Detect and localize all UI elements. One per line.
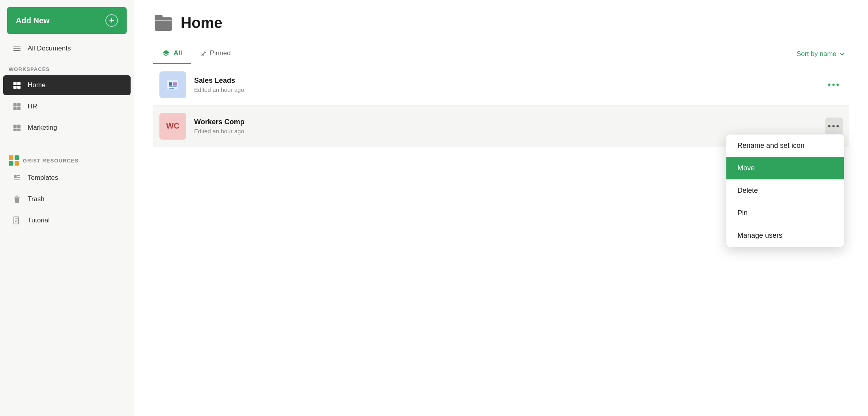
svg-rect-17 [17,177,20,178]
marketing-label: Marketing [28,124,57,132]
templates-icon [12,173,22,183]
svg-rect-1 [13,48,21,49]
tabs-row: All Pinned Sort by name [153,44,849,64]
sidebar-item-tutorial[interactable]: Tutorial [3,211,131,230]
tutorial-label: Tutorial [28,216,50,224]
svg-rect-13 [13,129,17,131]
svg-rect-7 [13,103,17,106]
sort-label: Sort by name [797,50,836,58]
svg-rect-16 [17,175,20,176]
svg-rect-30 [169,88,174,89]
context-menu-move[interactable]: Move [726,157,844,179]
tab-all[interactable]: All [153,44,191,64]
svg-rect-14 [17,129,21,131]
sidebar-item-trash[interactable]: Trash [3,189,131,209]
workers-comp-info: Workers Comp Edited an hour ago [194,118,817,134]
workers-comp-initials: WC [166,121,179,131]
svg-rect-5 [13,86,17,89]
sidebar-item-hr[interactable]: HR [3,97,131,116]
all-tab-icon [162,49,170,58]
svg-rect-10 [17,107,21,110]
workers-comp-meta: Edited an hour ago [194,128,817,134]
svg-rect-8 [17,103,21,106]
svg-rect-25 [155,17,172,31]
grist-resources-icon [9,155,19,166]
svg-rect-2 [13,46,21,47]
page-header-icon [153,13,174,33]
context-menu-rename[interactable]: Rename and set icon [726,134,844,157]
svg-rect-12 [17,125,21,128]
trash-icon [12,194,22,204]
sales-leads-menu-button[interactable]: ••• [825,76,843,93]
marketing-workspace-icon [12,123,22,133]
hr-workspace-icon [12,101,22,112]
main-content: Home All Pinned [134,0,868,416]
sidebar-item-marketing[interactable]: Marketing [3,118,131,138]
templates-label: Templates [28,174,58,182]
workers-comp-thumbnail: WC [159,113,186,140]
plus-icon: + [105,14,118,27]
context-menu-pin[interactable]: Pin [726,202,844,224]
svg-rect-6 [17,86,21,89]
add-new-button[interactable]: Add New + [7,7,127,34]
svg-rect-4 [17,82,21,85]
svg-rect-19 [15,196,19,197]
tab-pinned[interactable]: Pinned [191,44,239,64]
sidebar-item-templates[interactable]: Templates [3,168,131,188]
svg-rect-20 [14,197,20,198]
sort-button[interactable]: Sort by name [793,48,849,60]
svg-rect-26 [155,15,163,19]
svg-rect-28 [169,82,172,86]
svg-rect-24 [15,221,17,222]
tutorial-icon [12,215,22,226]
context-menu-delete[interactable]: Delete [726,179,844,202]
tabs-left: All Pinned [153,44,239,64]
sales-leads-info: Sales Leads Edited an hour ago [194,76,817,93]
svg-rect-31 [173,82,177,86]
sort-chevron-icon [839,51,845,57]
ellipsis-icon: ••• [828,80,840,90]
all-tab-label: All [174,49,182,57]
doc-item-sales-leads[interactable]: Sales Leads Edited an hour ago ••• [153,64,849,106]
home-workspace-icon [12,80,22,90]
sales-leads-name: Sales Leads [194,76,817,85]
svg-rect-18 [14,179,20,180]
svg-rect-22 [15,218,18,219]
workers-comp-name: Workers Comp [194,118,817,126]
context-menu-manage-users[interactable]: Manage users [726,224,844,247]
svg-rect-15 [14,175,17,178]
pinned-tab-label: Pinned [210,49,231,57]
sales-leads-thumbnail [159,71,186,98]
sidebar-item-all-documents[interactable]: All Documents [3,39,131,58]
pin-icon [200,50,207,57]
home-label: Home [28,81,45,89]
page-header: Home [153,13,849,33]
svg-rect-23 [15,220,18,221]
sidebar-divider [9,144,125,144]
workspaces-section-label: WORKSPACES [0,59,134,75]
hr-label: HR [28,103,37,110]
all-documents-label: All Documents [28,45,71,52]
sales-leads-meta: Edited an hour ago [194,86,817,93]
add-new-label: Add New [16,16,50,25]
sidebar: Add New + All Documents WORKSPACES Home [0,0,134,416]
trash-label: Trash [28,195,45,203]
svg-rect-9 [13,107,17,110]
context-menu: Rename and set icon Move Delete Pin Mana… [726,134,844,247]
page-title: Home [181,15,223,32]
svg-rect-3 [13,82,17,85]
ellipsis-icon-2: ••• [828,121,840,131]
sidebar-item-home[interactable]: Home [3,75,131,95]
grist-resources-section: GRIST RESOURCES [0,150,134,167]
svg-rect-29 [169,86,177,87]
svg-rect-0 [13,50,21,51]
grist-resources-label: GRIST RESOURCES [23,158,79,164]
svg-rect-11 [13,125,17,128]
workers-comp-menu-button[interactable]: ••• [825,118,843,135]
layers-icon [12,43,22,54]
